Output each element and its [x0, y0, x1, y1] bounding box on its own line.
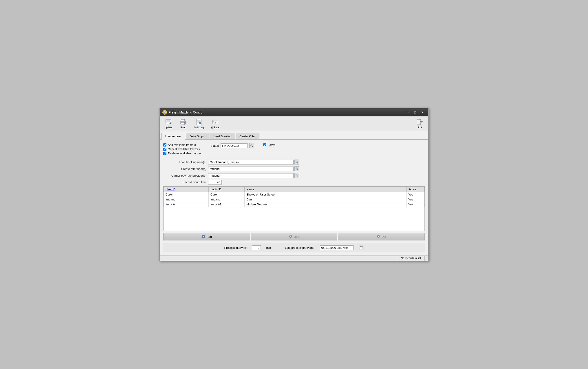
retrieve-tractors-label: Retrieve available tractors	[168, 152, 201, 155]
record-return-limit-row: Record return limit	[163, 180, 425, 184]
svg-text:@: @	[214, 122, 216, 124]
status-bar-end	[425, 256, 428, 261]
tab-bar: User Access Data Output Load Booking Car…	[160, 131, 428, 140]
window-title: Freight Matching Control	[169, 111, 203, 114]
tab-user-access[interactable]: User Access	[161, 133, 185, 140]
user-table-container: User ID Login ID Name Active Carol Carol…	[163, 186, 425, 231]
cell-active: Yes	[407, 197, 425, 202]
svg-rect-21	[360, 246, 361, 247]
cell-name: Dan	[245, 197, 407, 202]
create-offer-users-search-button[interactable]: 🔍	[294, 166, 299, 171]
cell-active: Yes	[407, 202, 425, 207]
record-return-limit-input[interactable]	[208, 180, 222, 184]
svg-rect-6	[181, 123, 185, 125]
last-process-label: Last process date/time	[285, 246, 314, 249]
update-icon	[165, 118, 172, 126]
cell-active: Yes	[407, 192, 425, 197]
svg-rect-25	[362, 248, 362, 248]
exit-icon	[416, 118, 423, 126]
retrieve-tractors-checkbox[interactable]	[163, 152, 166, 155]
create-offer-users-input[interactable]	[208, 166, 294, 171]
load-booking-users-input[interactable]	[208, 160, 294, 164]
carrier-pay-rate-row: Carrier pay rate provider(s) 🔍	[163, 173, 425, 178]
app-icon: 🔄	[162, 110, 167, 115]
email-icon: @	[212, 118, 219, 126]
cell-login-id: Carol	[209, 192, 245, 197]
svg-rect-23	[360, 248, 361, 248]
load-booking-users-search-button[interactable]: 🔍	[294, 160, 299, 164]
process-intervals-label: Process intervals	[224, 246, 246, 249]
table-row[interactable]: Carol Carol Shows on User Screen Yes	[164, 192, 425, 197]
last-process-datetime-input[interactable]	[320, 246, 354, 250]
add-icon	[202, 235, 205, 239]
col-active: Active	[407, 187, 425, 192]
carrier-pay-rate-input[interactable]	[208, 173, 294, 178]
maximize-button[interactable]: □	[412, 110, 419, 115]
carrier-pay-rate-search-button[interactable]: 🔍	[294, 173, 299, 178]
cancel-tractors-label: Cancel available tractors	[168, 147, 200, 151]
cell-name: Michael Warren	[245, 202, 407, 207]
title-controls: – □ ✕	[405, 110, 426, 115]
add-button[interactable]: Add	[163, 233, 250, 240]
email-button[interactable]: @ @ Email	[208, 117, 223, 130]
load-booking-users-label: Load booking user(s)	[163, 160, 208, 164]
upd-icon	[289, 235, 292, 239]
main-window: 🔄 Freight Matching Control – □ ✕ Update	[159, 108, 429, 261]
minimize-button[interactable]: –	[405, 110, 411, 115]
print-icon	[179, 118, 186, 126]
close-button[interactable]: ✕	[419, 110, 426, 115]
process-intervals-input[interactable]	[252, 246, 261, 250]
process-row: Process intervals min Last process date/…	[163, 243, 425, 252]
cell-login-id: fmdand	[209, 197, 245, 202]
process-intervals-unit: min	[266, 246, 271, 249]
cell-login-id: fmmsw2	[209, 202, 245, 207]
add-tractors-checkbox[interactable]	[163, 143, 166, 146]
calendar-button[interactable]	[359, 245, 364, 250]
content-area: Add available tractors Cancel available …	[160, 140, 428, 256]
svg-text:i: i	[200, 122, 200, 124]
exit-label: Exit	[418, 126, 422, 129]
audit-log-button[interactable]: i Audit Log	[190, 117, 207, 130]
active-group: Active	[263, 143, 275, 146]
tab-carrier-offer[interactable]: Carrier Offer	[236, 133, 259, 140]
svg-point-7	[184, 122, 185, 123]
table-row[interactable]: fmmsw fmmsw2 Michael Warren Yes	[164, 202, 425, 207]
toolbar: Update Print i	[160, 116, 428, 131]
checkbox-cancel-tractors: Cancel available tractors	[163, 147, 201, 151]
upd-label: Upd	[294, 235, 299, 238]
active-label: Active	[268, 143, 275, 146]
checkbox-retrieve-tractors: Retrieve available tractors	[163, 152, 201, 155]
print-button[interactable]: Print	[176, 117, 189, 130]
checkboxes-group: Add available tractors Cancel available …	[163, 143, 201, 156]
tab-data-output[interactable]: Data Output	[186, 133, 209, 140]
calendar-icon	[360, 246, 363, 249]
col-user-id[interactable]: User ID	[164, 187, 209, 192]
carrier-pay-rate-label: Carrier pay rate provider(s)	[163, 174, 208, 177]
status-search-button[interactable]: 🔍	[249, 143, 254, 148]
col-login-id: Login ID	[209, 187, 245, 192]
cancel-tractors-checkbox[interactable]	[163, 148, 166, 151]
table-row[interactable]: fmdand fmdand Dan Yes	[164, 197, 425, 202]
exit-button[interactable]: Exit	[413, 117, 427, 130]
tab-load-booking[interactable]: Load Booking	[209, 133, 235, 140]
active-checkbox[interactable]	[263, 143, 266, 146]
upd-button[interactable]: Upd	[251, 233, 338, 240]
status-bar-main	[160, 256, 397, 261]
title-bar: 🔄 Freight Matching Control – □ ✕	[160, 108, 428, 116]
del-button[interactable]: Del	[338, 233, 425, 240]
audit-log-icon: i	[195, 118, 202, 126]
action-buttons: Add Upd Del	[163, 233, 425, 240]
status-group: Status 🔍	[210, 143, 254, 148]
audit-log-label: Audit Log	[193, 126, 204, 129]
svg-rect-22	[362, 246, 362, 247]
checkbox-add-tractors: Add available tractors	[163, 143, 201, 146]
create-offer-users-label: Create offer user(s)	[163, 167, 208, 171]
create-offer-users-row: Create offer user(s) 🔍	[163, 166, 425, 171]
cell-user-id: fmdand	[164, 197, 209, 202]
svg-rect-24	[361, 248, 362, 248]
add-tractors-label: Add available tractors	[168, 143, 196, 146]
status-input[interactable]	[220, 143, 248, 148]
update-button[interactable]: Update	[161, 117, 175, 130]
svg-rect-11	[197, 123, 199, 123]
cell-user-id: fmmsw	[164, 202, 209, 207]
